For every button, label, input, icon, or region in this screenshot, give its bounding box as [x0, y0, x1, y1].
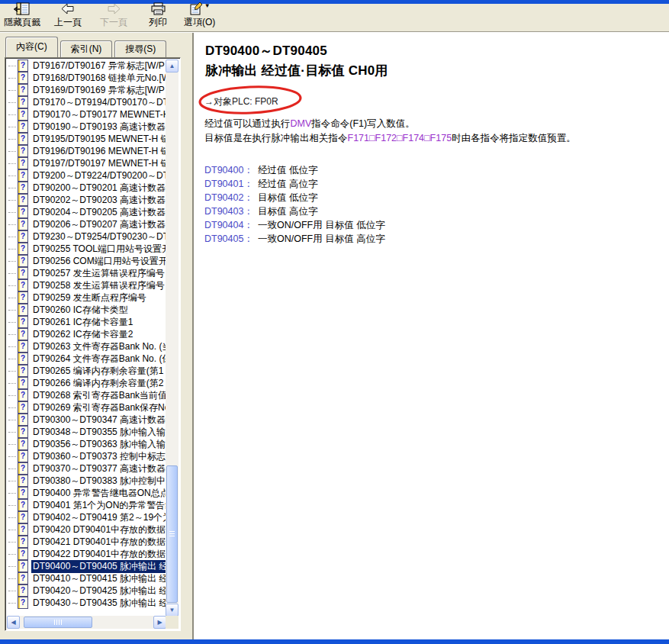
vertical-scroll-thumb[interactable] [166, 465, 178, 603]
register-row: DT90401：经过值 高位字 [204, 178, 385, 192]
tree-connector-line [8, 371, 16, 372]
tree-item[interactable]: ?DT90204～DT90205 高速计数器经 [7, 206, 166, 218]
tree-item[interactable]: ?DT90300～DT90347 高速计数器经 [7, 414, 166, 426]
tree-item[interactable]: ?DT90420～DT90425 脉冲输出 经 [7, 584, 166, 597]
tree-item[interactable]: ?DT9168/DT90168 链接单元No.[W [7, 72, 166, 84]
tree-item[interactable]: ?DT90255 TOOL端口用站号设置开 [7, 243, 166, 255]
tree-item-label: DT90380～DT90383 脉冲控制中标 [31, 475, 166, 488]
horizontal-scroll-thumb[interactable] [24, 617, 92, 628]
tree-item[interactable]: ?DT90422 DT90401中存放的数据变 [7, 548, 166, 560]
tree-item-label: DT90257 发生运算错误程序编号 [31, 267, 166, 280]
tree-connector-line [8, 114, 16, 115]
tree-item[interactable]: ?DT90430～DT90435 脉冲输出 经 [7, 597, 166, 609]
tree-item[interactable]: ?DT90360～DT90373 控制中标志状 [7, 450, 166, 462]
register-desc: 经过值 低位字 [258, 165, 317, 175]
help-topic-icon: ? [18, 121, 28, 133]
tree-item[interactable]: ?DT9200～DT9224/DT90200～DT90 [7, 169, 166, 182]
tree-item[interactable]: ?DT90261 IC存储卡容量1 [7, 316, 166, 328]
register-label: DT90402： [204, 192, 258, 204]
tree-item-label: DT90402～DT90419 第2～19个为 [31, 511, 166, 524]
tree-item[interactable]: ?DT90257 发生运算错误程序编号 [7, 267, 166, 279]
tree-horizontal-scrollbar[interactable]: ◀ ▶ [7, 616, 166, 629]
tab-search[interactable]: 搜尋(S) [114, 40, 166, 57]
window-bottom-border [0, 639, 669, 644]
tree-item[interactable]: ?DT90263 文件寄存器Bank No. (当 [7, 340, 166, 353]
tree-item[interactable]: ?DT90190～DT90193 高速计数器控 [7, 121, 166, 133]
tree-item[interactable]: ?DT90202～DT90203 高速计数器目 [7, 194, 166, 206]
tree-item[interactable]: ?DT9167/DT90167 异常标志[W/P [7, 60, 166, 72]
tree-item[interactable]: ?DT9196/DT90196 MEWNET-H 链接 [7, 145, 166, 157]
tree-item[interactable]: ?DT90259 发生断点程序编号 [7, 291, 166, 304]
options-button[interactable]: ▼ 選項(O) [182, 1, 217, 30]
instruction-reference: DMV [291, 118, 312, 129]
tree-item[interactable]: ?DT90370～DT90377 高速计数器控 [7, 462, 166, 475]
tab-index[interactable]: 索引(N) [60, 40, 113, 57]
tree-connector-line [8, 66, 16, 66]
tree-item-label: DT90261 IC存储卡容量1 [31, 316, 134, 329]
tree-item[interactable]: ?DT9197/DT90197 MEWNET-H 链接 [7, 157, 166, 169]
hide-tabs-button[interactable]: 隱藏頁籤 [2, 1, 43, 30]
help-topic-icon: ? [18, 523, 28, 536]
tree-item[interactable]: ?DT90256 COM端口用站号设置开关 [7, 255, 166, 267]
tree-connector-line [8, 542, 16, 543]
tree-item-label: DT90268 索引寄存器Bank当前值 [31, 389, 166, 402]
tree-item-label: DT90265 编译内存剩余容量(第1 [31, 365, 165, 378]
tree-item[interactable]: ?DT90269 索引寄存器Bank保存No [7, 401, 166, 414]
scroll-right-button[interactable]: ▶ [153, 616, 166, 629]
tree-connector-line [8, 591, 16, 591]
scroll-left-button[interactable]: ◀ [7, 616, 20, 629]
tree-item-label: DT90420～DT90425 脉冲输出 经 [31, 584, 166, 597]
tree-item[interactable]: ?DT90258 发生运算错误程序编号 [7, 279, 166, 291]
tree-item[interactable]: ?DT90402～DT90419 第2～19个为 [7, 511, 166, 523]
scroll-down-button[interactable]: ▼ [166, 604, 179, 617]
tree-view[interactable]: ?DT9167/DT90167 异常标志[W/P?DT9168/DT90168 … [7, 60, 166, 617]
tree-connector-line [8, 566, 16, 567]
help-topic-icon: ? [18, 389, 28, 401]
tree-item[interactable]: ?DT90170～DT90177 MEWNET-H 链 [7, 108, 166, 121]
tree-item-label: DT90259 发生断点程序编号 [31, 291, 148, 304]
tree-item[interactable]: ?DT9169/DT90169 异常标志[W/P [7, 84, 166, 96]
tree-item[interactable]: ?DT90266 编译内存剩余容量(第2 [7, 377, 166, 389]
help-topic-icon: ? [18, 96, 28, 108]
nav-tabs: 內容(C) 索引(N) 搜尋(S) [5, 36, 169, 57]
tree-item[interactable]: ?DT90206～DT90207 高速计数器目 [7, 218, 166, 230]
tree-item[interactable]: ?DT90260 IC存储卡类型 [7, 304, 166, 316]
help-topic-icon: ? [18, 243, 28, 255]
tree-item-label: DT90204～DT90205 高速计数器经 [31, 206, 166, 219]
tree-item[interactable]: ?DT90348～DT90355 脉冲输入输出 [7, 426, 166, 438]
tree-item[interactable]: ?DT90410～DT90415 脉冲输出 经 [7, 572, 166, 584]
print-button[interactable]: 列印 [146, 1, 169, 30]
tree-item[interactable]: ?DT9195/DT90195 MEWNET-H 链接 [7, 133, 166, 145]
tree-item-label: DT90170～DT90177 MEWNET-H 链 [31, 108, 166, 121]
tree-item-selected[interactable]: ?DT90400～DT90405 脉冲输出 经 [7, 560, 166, 572]
tree-item[interactable]: ?DT90200～DT90201 高速计数器经 [7, 182, 166, 194]
help-topic-icon: ? [18, 450, 28, 462]
tree-vertical-scrollbar[interactable]: ▲ ▼ [166, 60, 179, 617]
tree-item[interactable]: ?DT90356～DT90363 脉冲输入输出 [7, 438, 166, 450]
tree-item[interactable]: ?DT90380～DT90383 脉冲控制中标 [7, 475, 166, 487]
help-topic-icon: ? [18, 182, 28, 194]
help-topic-icon: ? [18, 414, 28, 426]
register-label: DT90401： [204, 178, 258, 191]
register-row: DT90400：经过值 低位字 [204, 164, 385, 178]
tree-item[interactable]: ?DT9230～DT9254/DT90230～DT90 [7, 230, 166, 243]
tree-connector-line [8, 359, 16, 359]
tree-item[interactable]: ?DT90265 编译内存剩余容量(第1 [7, 365, 166, 377]
tree-item[interactable]: ?DT90268 索引寄存器Bank当前值 [7, 389, 166, 401]
tree-item[interactable]: ?DT90420 DT90401中存放的数据变 [7, 523, 166, 536]
forward-button[interactable]: 下一頁 [98, 1, 130, 30]
tree-connector-line [8, 493, 16, 494]
tree-item[interactable]: ?DT9170～DT9194/DT90170～DT90 [7, 96, 166, 108]
back-button[interactable]: 上一頁 [52, 1, 84, 30]
help-topic-icon: ? [18, 475, 28, 487]
tree-item-label: DT9230～DT9254/DT90230～DT90 [31, 230, 166, 243]
tree-item[interactable]: ?DT90264 文件寄存器Bank No. (保 [7, 353, 166, 365]
tree-item[interactable]: ?DT90262 IC存储卡容量2 [7, 328, 166, 340]
tree-connector-line [8, 175, 16, 176]
tree-item[interactable]: ?DT90400 异常警告继电器ON总点 [7, 487, 166, 499]
tree-item[interactable]: ?DT90401 第1个为ON的异常警告继 [7, 499, 166, 511]
tree-item-label: DT90262 IC存储卡容量2 [31, 328, 134, 341]
scroll-up-button[interactable]: ▲ [166, 60, 179, 72]
tab-contents[interactable]: 內容(C) [5, 37, 58, 57]
tree-item[interactable]: ?DT90421 DT90401中存放的数据变 [7, 536, 166, 548]
